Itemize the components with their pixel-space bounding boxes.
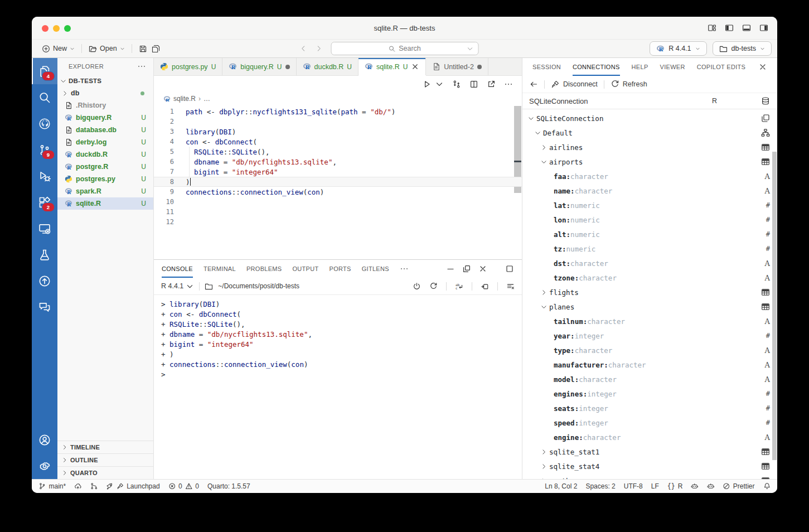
toggle-bottom-panel-icon[interactable]: [742, 23, 751, 32]
connection-field-row[interactable]: alt : numeric#: [522, 227, 777, 241]
search-input[interactable]: Search: [331, 42, 478, 55]
sidebar-section-outline[interactable]: OUTLINE: [57, 453, 153, 466]
panel-tab-console[interactable]: CONSOLE: [162, 260, 193, 278]
panel-tab-output[interactable]: OUTPUT: [292, 260, 318, 278]
connection-node-row[interactable]: Default: [522, 125, 777, 140]
toggle-left-sidebar-icon[interactable]: [725, 23, 734, 32]
navigate-back-button[interactable]: [299, 45, 307, 52]
sidebar-section-quarto[interactable]: QUARTO: [57, 466, 153, 479]
shutdown-console-icon[interactable]: [413, 282, 421, 291]
connection-field-row[interactable]: engines : integer#: [522, 386, 777, 401]
file-row[interactable]: database.dbU: [57, 124, 153, 136]
restart-console-icon[interactable]: [429, 282, 438, 291]
right-panel-tab-viewer[interactable]: VIEWER: [660, 58, 685, 76]
panel-scrollbar[interactable]: [772, 152, 777, 460]
eol-item[interactable]: LF: [651, 482, 659, 490]
file-row[interactable]: db: [57, 87, 153, 99]
console-interpreter-select[interactable]: R 4.4.1: [161, 282, 194, 291]
file-row[interactable]: Rduckdb.RU: [57, 148, 153, 161]
connection-node-row[interactable]: SQLiteConnection: [522, 111, 777, 125]
connection-node-row[interactable]: planes: [522, 299, 777, 314]
panel-tab-ports[interactable]: PORTS: [330, 260, 351, 278]
connection-field-row[interactable]: name : characterA: [522, 183, 777, 198]
connection-field-row[interactable]: type : characterA: [522, 343, 777, 357]
workspace-root-row[interactable]: DB-TESTS: [57, 75, 153, 87]
activity-run-debug[interactable]: [32, 163, 57, 189]
activity-testing[interactable]: [32, 241, 57, 268]
connection-field-row[interactable]: tz : numeric#: [522, 241, 777, 256]
connection-field-row[interactable]: seats : integer#: [522, 401, 777, 415]
minimize-window-button[interactable]: [53, 25, 60, 32]
file-row[interactable]: Rpostgre.RU: [57, 161, 153, 173]
connection-field-row[interactable]: lon : numeric#: [522, 212, 777, 227]
language-mode-item[interactable]: {} R: [667, 482, 683, 490]
connection-node-row[interactable]: airlines: [522, 140, 777, 154]
copilot-item[interactable]: [691, 482, 699, 490]
file-row[interactable]: Rspark.RU: [57, 185, 153, 197]
code-editor[interactable]: 1path <- dbplyr::nycflights131_sqlite(pa…: [154, 105, 522, 259]
open-button[interactable]: Open: [86, 45, 127, 53]
connection-node-row[interactable]: flights: [522, 285, 777, 299]
connection-field-row[interactable]: manufacturer : characterA: [522, 357, 777, 372]
back-button[interactable]: [529, 80, 538, 89]
navigate-forward-button[interactable]: [315, 45, 323, 52]
close-panel-icon[interactable]: [478, 264, 487, 273]
sidebar-section-timeline[interactable]: TIMELINE: [57, 441, 153, 453]
activity-extensions[interactable]: 2: [32, 189, 57, 215]
breadcrumb[interactable]: R sqlite.R › …: [154, 93, 522, 105]
activity-comments[interactable]: [32, 294, 57, 320]
maximize-panel-icon[interactable]: [505, 264, 514, 273]
interpreter-version-button[interactable]: R R 4.4.1: [650, 41, 706, 56]
activity-remote-explorer[interactable]: [32, 215, 57, 241]
git-graph-item[interactable]: [90, 482, 98, 490]
word-wrap-icon[interactable]: abc: [455, 282, 463, 291]
connection-node-row[interactable]: airports: [522, 154, 777, 169]
connection-field-row[interactable]: tzone : characterA: [522, 270, 777, 285]
connection-field-row[interactable]: speed : integer#: [522, 415, 777, 430]
disconnect-button[interactable]: Disconnect: [551, 80, 598, 89]
notifications-item[interactable]: [763, 482, 771, 490]
console-output[interactable]: > library(DBI)+ con <- dbConnect(+ RSQLi…: [154, 295, 522, 479]
editor-tab[interactable]: Rsqlite.RU: [359, 58, 426, 75]
connection-field-row[interactable]: faa : characterA: [522, 169, 777, 183]
connection-field-row[interactable]: model : characterA: [522, 372, 777, 386]
connection-header-row[interactable]: SQLiteConnection R: [522, 93, 777, 109]
toggle-right-sidebar-icon[interactable]: [759, 23, 768, 32]
more-actions-icon[interactable]: [504, 80, 513, 89]
close-window-button[interactable]: [42, 25, 49, 32]
activity-account[interactable]: [32, 427, 57, 453]
activity-settings[interactable]: [32, 453, 57, 479]
compare-changes-icon[interactable]: [452, 80, 461, 89]
zoom-window-button[interactable]: [64, 25, 71, 32]
editor-tab[interactable]: postgres.pyU: [154, 58, 222, 75]
save-all-button[interactable]: [149, 45, 162, 53]
more-tabs-icon[interactable]: [400, 260, 409, 278]
file-row[interactable]: Rsqlite.RU: [57, 197, 153, 210]
split-editor-icon[interactable]: [469, 80, 478, 89]
connection-node-row[interactable]: sqlite_stat1: [522, 444, 777, 459]
panel-tab-terminal[interactable]: TERMINAL: [204, 260, 236, 278]
connection-field-row[interactable]: lat : numeric#: [522, 198, 777, 212]
prettier-item[interactable]: Prettier: [723, 482, 754, 490]
editor-tab[interactable]: Rbigquery.RU: [222, 58, 296, 75]
right-panel-tab-connections[interactable]: CONNECTIONS: [573, 58, 620, 76]
activity-source-control[interactable]: 9: [32, 137, 57, 163]
copilot-chat-item[interactable]: [707, 482, 715, 490]
git-branch-item[interactable]: main*: [38, 482, 66, 490]
activity-github[interactable]: [32, 110, 57, 137]
close-right-panel-icon[interactable]: [758, 58, 767, 76]
connection-field-row[interactable]: engine : characterA: [522, 430, 777, 444]
editor-tab[interactable]: Rduckdb.RU: [297, 58, 359, 75]
customize-layout-icon[interactable]: [708, 23, 716, 32]
activity-search[interactable]: [32, 84, 57, 110]
more-actions-icon[interactable]: [137, 62, 146, 71]
new-button[interactable]: New: [40, 45, 77, 53]
connection-node-row[interactable]: weather: [522, 473, 777, 479]
panel-tab-gitlens[interactable]: GITLENS: [362, 260, 389, 278]
encoding-item[interactable]: UTF-8: [624, 482, 643, 490]
editor-tab[interactable]: Untitled-2: [426, 58, 488, 75]
refresh-button[interactable]: Refresh: [611, 80, 647, 89]
activity-publish[interactable]: [32, 268, 57, 294]
activity-explorer[interactable]: 4: [32, 58, 57, 84]
quarto-version-item[interactable]: Quarto: 1.5.57: [207, 482, 250, 490]
